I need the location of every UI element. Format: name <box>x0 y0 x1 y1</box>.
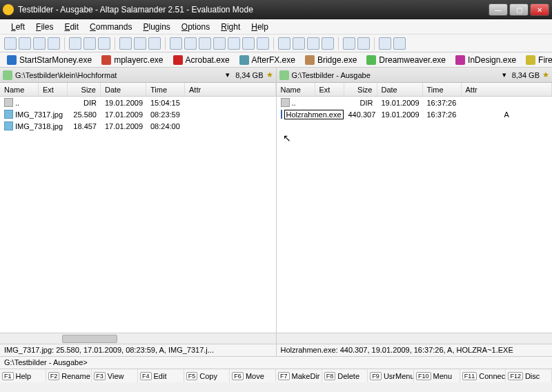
left-pathbar[interactable]: G:\Testbilder\klein\Hochformat ▾ 8,34 GB… <box>0 68 276 83</box>
tool-icon[interactable] <box>119 37 132 50</box>
file-row[interactable]: ..DIR19.01.200916:37:26 <box>277 97 553 108</box>
star-icon[interactable]: ★ <box>266 70 273 79</box>
fkey-key: F3 <box>94 372 106 380</box>
right-columns[interactable]: Name Ext Size Date Time Attr <box>277 83 553 97</box>
tool-icon[interactable] <box>98 37 110 50</box>
file-date: 19.01.2009 <box>377 99 423 107</box>
left-file-list[interactable]: ..DIR19.01.200915:04:15IMG_7317.jpg25.58… <box>0 97 276 333</box>
chevron-down-icon[interactable]: ▾ <box>501 70 508 79</box>
menu-right[interactable]: Right <box>215 21 246 33</box>
tool-icon[interactable] <box>184 37 197 50</box>
tool-icon[interactable] <box>393 37 406 50</box>
fkey-f8[interactable]: F8Delete <box>322 369 368 382</box>
col-size[interactable]: Size <box>68 83 101 96</box>
menu-left[interactable]: Left <box>6 21 30 33</box>
shortcut-item[interactable]: InDesign.exe <box>451 55 520 66</box>
chevron-down-icon[interactable]: ▾ <box>224 70 231 79</box>
tool-icon[interactable] <box>170 37 182 50</box>
tool-icon[interactable] <box>343 37 355 50</box>
tool-icon[interactable] <box>293 37 305 50</box>
tool-icon[interactable] <box>322 37 334 50</box>
fkey-f5[interactable]: F5Copy <box>184 369 230 382</box>
close-button[interactable]: ✕ <box>530 3 549 16</box>
fkey-f2[interactable]: F2Rename <box>46 369 92 382</box>
file-row[interactable]: IMG_7318.jpg18.45717.01.200908:24:00 <box>0 120 276 132</box>
tool-icon[interactable] <box>307 37 319 50</box>
shortcut-item[interactable]: Dreamweaver.exe <box>362 55 450 66</box>
fkey-f3[interactable]: F3View <box>92 369 138 382</box>
right-pathbar[interactable]: G:\Testbilder - Ausgabe ▾ 8,34 GB ★ <box>277 68 553 83</box>
shortcut-item[interactable]: Bridge.exe <box>301 55 361 66</box>
tool-icon[interactable] <box>199 37 211 50</box>
file-name: IMG_7318.jpg <box>15 122 63 130</box>
col-name[interactable]: Name <box>0 83 39 96</box>
fkey-key: F1 <box>2 372 14 380</box>
tool-icon[interactable] <box>33 37 46 50</box>
file-row[interactable]: Holzrahmen.exe440.30719.01.200916:37:26A <box>277 108 553 120</box>
col-attr[interactable]: Attr <box>185 83 276 96</box>
command-line[interactable]: G:\Testbilder - Ausgabe> <box>0 356 552 369</box>
menu-plugins[interactable]: Plugins <box>137 21 175 33</box>
col-size[interactable]: Size <box>344 83 377 96</box>
col-ext[interactable]: Ext <box>315 83 344 96</box>
tool-icon[interactable] <box>213 37 226 50</box>
file-size: 18.457 <box>68 122 101 130</box>
right-free: 8,34 GB <box>512 71 540 79</box>
shortcut-item[interactable]: mplayerc.exe <box>97 55 167 66</box>
shortcut-item[interactable]: Fireworks.exe <box>522 55 552 66</box>
fkey-label: Menu <box>433 372 453 380</box>
fkey-f10[interactable]: F10Menu <box>414 369 460 382</box>
menu-help[interactable]: Help <box>246 21 274 33</box>
tool-icon[interactable] <box>357 37 370 50</box>
left-columns[interactable]: Name Ext Size Date Time Attr <box>0 83 276 97</box>
tool-icon[interactable] <box>69 37 81 50</box>
fkey-f11[interactable]: F11Connect <box>460 369 506 382</box>
left-scrollbar[interactable] <box>0 333 276 344</box>
menu-files[interactable]: Files <box>30 21 59 33</box>
tool-icon[interactable] <box>242 37 255 50</box>
scrollbar-thumb[interactable] <box>62 335 117 343</box>
file-row[interactable]: IMG_7317.jpg25.58017.01.200908:23:59 <box>0 108 276 120</box>
tool-icon[interactable] <box>4 37 17 50</box>
menu-commands[interactable]: Commands <box>84 21 137 33</box>
left-free: 8,34 GB <box>235 71 263 79</box>
maximize-button[interactable]: ▢ <box>509 3 529 16</box>
fkey-f4[interactable]: F4Edit <box>138 369 184 382</box>
menu-options[interactable]: Options <box>176 21 215 33</box>
tool-icon[interactable] <box>48 37 60 50</box>
fkey-f6[interactable]: F6Move <box>230 369 276 382</box>
tool-icon[interactable] <box>257 37 269 50</box>
tool-icon[interactable] <box>379 37 391 50</box>
col-attr[interactable]: Attr <box>462 83 553 96</box>
star-icon[interactable]: ★ <box>542 70 549 79</box>
fkey-f7[interactable]: F7MakeDir <box>276 369 322 382</box>
fkey-f12[interactable]: F12Disc <box>506 369 552 382</box>
tool-icon[interactable] <box>228 37 240 50</box>
tool-icon[interactable] <box>83 37 96 50</box>
file-size: 440.307 <box>344 110 377 119</box>
file-attr: A <box>462 110 553 119</box>
menu-edit[interactable]: Edit <box>59 21 84 33</box>
tool-icon[interactable] <box>19 37 31 50</box>
col-name[interactable]: Name <box>277 83 315 96</box>
col-time[interactable]: Time <box>423 83 462 96</box>
tool-icon[interactable] <box>278 37 290 50</box>
fkey-label: View <box>108 372 124 380</box>
right-scrollbar[interactable] <box>277 333 553 344</box>
fkey-f1[interactable]: F1Help <box>0 369 46 382</box>
col-date[interactable]: Date <box>101 83 146 96</box>
fkey-f9[interactable]: F9UsrMenu <box>368 369 414 382</box>
shortcut-item[interactable]: StartStarMoney.exe <box>3 55 96 66</box>
right-file-list[interactable]: ..DIR19.01.200916:37:26Holzrahmen.exe440… <box>277 97 553 333</box>
col-time[interactable]: Time <box>146 83 185 96</box>
shortcut-item[interactable]: Acrobat.exe <box>169 55 234 66</box>
minimize-button[interactable]: — <box>489 3 508 16</box>
tool-icon[interactable] <box>134 37 146 50</box>
file-time: 08:24:00 <box>146 122 185 130</box>
shortcut-item[interactable]: AfterFX.exe <box>235 55 299 66</box>
col-ext[interactable]: Ext <box>39 83 68 96</box>
file-row[interactable]: ..DIR19.01.200915:04:15 <box>0 97 276 108</box>
file-time: 15:04:15 <box>146 99 185 107</box>
col-date[interactable]: Date <box>377 83 423 96</box>
tool-icon[interactable] <box>148 37 161 50</box>
